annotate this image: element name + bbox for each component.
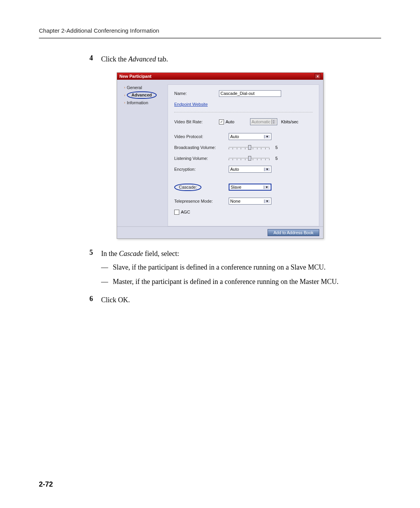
encryption-label: Encryption:: [174, 167, 229, 172]
bullet-bold: Slave: [113, 263, 128, 271]
sidebar-item-general[interactable]: › General: [124, 85, 165, 90]
step-4-text: Click the Advanced tab.: [101, 54, 381, 65]
telepresence-label: Telepresence Mode:: [174, 199, 229, 203]
step-4-italic: Advanced: [128, 55, 156, 63]
video-bitrate-label: Video Bit Rate:: [174, 119, 219, 124]
step-5-prefix: In the: [101, 250, 119, 258]
section-divider: [174, 112, 313, 112]
encryption-select[interactable]: Auto ▼: [229, 166, 271, 173]
step-5-italic: Cascade: [119, 250, 143, 258]
step-5-number: 5: [89, 249, 93, 257]
dialog-title: New Participant: [119, 74, 152, 79]
video-protocol-select[interactable]: Auto ▼: [229, 133, 271, 140]
listening-volume-label: Listening Volume:: [174, 156, 229, 161]
page-number: 2-72: [39, 480, 53, 489]
step-4-number: 4: [89, 54, 93, 62]
endpoint-website-link[interactable]: Endpoint Website: [174, 102, 208, 107]
bitrate-value: Automatic: [252, 119, 271, 124]
dialog-sidebar: › General › Advanced › Information: [117, 80, 168, 226]
step-5-bullets: Slave, if the participant is defined in …: [101, 262, 381, 287]
step-6-number: 6: [89, 295, 93, 303]
bullet-slave: Slave, if the participant is defined in …: [113, 262, 381, 273]
listening-volume-slider[interactable]: [229, 156, 270, 161]
chevron-down-icon: ▼: [264, 200, 270, 203]
video-protocol-value: Auto: [230, 134, 239, 139]
name-label: Name:: [174, 91, 219, 96]
cascade-label: Cascade:: [179, 185, 197, 189]
kbits-label: Kbits/sec: [281, 119, 299, 124]
chevron-down-icon: ▼: [264, 135, 270, 138]
encryption-value: Auto: [230, 167, 239, 172]
sidebar-item-label: Advanced: [131, 93, 152, 97]
sidebar-item-advanced[interactable]: › Advanced: [124, 91, 165, 99]
listening-volume-value: 5: [275, 156, 278, 161]
bitrate-spinner[interactable]: Automatic ▲▼: [250, 118, 277, 125]
bullet-master: Master, if the participant is defined in…: [113, 277, 381, 287]
auto-checkbox[interactable]: ✓: [219, 119, 224, 124]
step-5-text: In the Cascade field, select:: [101, 249, 381, 259]
step-4-prefix: Click the: [101, 55, 128, 63]
spin-down-icon[interactable]: ▼: [271, 122, 276, 124]
sidebar-item-label: General: [127, 85, 142, 90]
cascade-callout: Cascade:: [174, 184, 201, 191]
dialog-main-panel: Name: Cascade_Dial-out Endpoint Website …: [168, 84, 319, 226]
cascade-value: Slave: [231, 185, 242, 189]
dialog-titlebar: New Participant ×: [117, 73, 323, 80]
chevron-right-icon: ›: [124, 101, 125, 105]
broadcasting-volume-label: Broadcasting Volume:: [174, 145, 229, 150]
chevron-down-icon: ▼: [264, 168, 270, 171]
name-input[interactable]: Cascade_Dial-out: [219, 90, 281, 97]
chevron-right-icon: ›: [124, 93, 125, 97]
add-to-address-book-button[interactable]: Add to Address Book: [268, 229, 319, 236]
header-rule: [39, 38, 381, 39]
video-protocol-label: Video Protocol:: [174, 134, 229, 139]
advanced-callout: Advanced: [127, 91, 157, 99]
step-5-suffix: field, select:: [143, 250, 179, 258]
chapter-header: Chapter 2-Additional Conferencing Inform…: [39, 27, 381, 34]
agc-label: AGC: [181, 210, 190, 214]
telepresence-select[interactable]: None ▼: [229, 198, 271, 205]
sidebar-item-information[interactable]: › Information: [124, 100, 165, 105]
bullet-rest: , if the participant is defined in a con…: [128, 263, 326, 271]
step-6-text: Click OK.: [101, 295, 381, 305]
step-4-suffix: tab.: [156, 55, 168, 63]
telepresence-value: None: [230, 199, 240, 203]
chevron-right-icon: ›: [124, 86, 125, 89]
broadcasting-volume-slider[interactable]: [229, 145, 270, 150]
dialog-bottom-bar: Add to Address Book: [117, 226, 323, 238]
bullet-rest: , if the participant is defined in a con…: [132, 278, 338, 286]
sidebar-item-label: Information: [127, 100, 148, 105]
agc-checkbox[interactable]: [174, 210, 179, 215]
broadcasting-volume-value: 5: [275, 145, 278, 150]
close-icon[interactable]: ×: [315, 74, 321, 79]
bullet-bold: Master: [113, 278, 132, 286]
chevron-down-icon: ▼: [264, 186, 270, 189]
cascade-select[interactable]: Slave ▼: [229, 184, 271, 191]
auto-checkbox-label: Auto: [226, 119, 234, 124]
new-participant-dialog: New Participant × › General › Advanced ›…: [117, 72, 324, 239]
